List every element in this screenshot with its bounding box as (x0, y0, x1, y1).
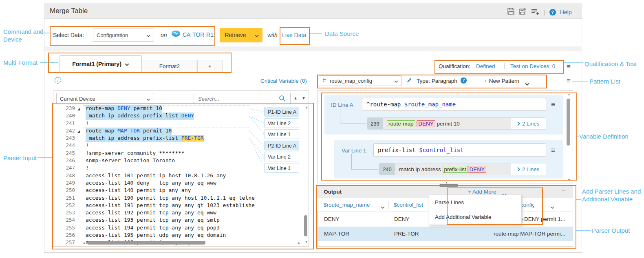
search-icon[interactable] (279, 95, 286, 104)
scroll-down-icon[interactable]: ▼ (567, 179, 571, 182)
retrieve-button[interactable]: Retrieve (220, 32, 251, 38)
expand-lines-button[interactable]: 2 Lines (511, 163, 546, 175)
help-link[interactable]: Help (560, 9, 572, 15)
search-prev-icon[interactable]: ▲ (293, 96, 298, 100)
on-label: on (161, 32, 167, 38)
device-filter-select[interactable]: Current Device (56, 93, 154, 104)
pattern-tag[interactable]: P2-ID Line A (264, 141, 299, 150)
id-line-pattern-input[interactable]: ^route-map $route_map_name (362, 98, 546, 111)
save-icon[interactable] (507, 7, 515, 17)
live-data-link[interactable]: Live Data (282, 32, 306, 38)
scroll-down-icon[interactable]: ▼ (305, 240, 308, 244)
code-line[interactable]: 256access-list 195 permit udp any any eq… (54, 232, 303, 239)
edit-pencil-icon[interactable] (406, 77, 412, 85)
id-line-match-row: 239 route-map DENY permit 10 2 Lines (367, 117, 546, 130)
var-line-pattern-input[interactable]: prefix-list $control_list (373, 143, 546, 157)
splitter-arrow-icon[interactable]: ▲ (445, 181, 448, 184)
var-line-menu-icon[interactable]: ≡ (551, 148, 555, 153)
save-as-icon[interactable] (519, 7, 527, 17)
retrieve-split-button[interactable]: Retrieve (220, 28, 262, 42)
list-add-icon[interactable] (531, 8, 540, 17)
scroll-left-icon[interactable]: ◄ (82, 242, 86, 245)
code-line[interactable]: 251access-list 190 permit tcp any host 1… (54, 195, 303, 202)
qualification-label: Qualification: (439, 63, 470, 69)
column-header[interactable]: $control_list (394, 202, 423, 208)
annotation-variable-definition: Variable Definition (579, 132, 629, 140)
output-row[interactable]: MAP-TORPRE-TORroute-map MAP-TOR permi... (318, 227, 573, 241)
annotation-add-parser-lines: Add Parser Lines and Additional Variable (582, 187, 644, 203)
page-title: Merge Table (50, 7, 88, 15)
info-icon[interactable]: i (55, 77, 61, 84)
scroll-up-icon[interactable]: ▲ (305, 106, 308, 109)
tab-add-format[interactable]: + (197, 60, 223, 72)
tab-label: Format2 (159, 63, 180, 69)
data-type-select[interactable]: Configuration (93, 29, 154, 42)
pattern-list-menu-icon[interactable]: ≡ (567, 78, 571, 84)
code-line[interactable]: 252access-list 191 permit tcp any any gt… (54, 202, 303, 209)
search-input[interactable] (194, 93, 291, 104)
code-line[interactable]: 253access-list 192 permit tcp any any eq… (54, 209, 303, 217)
critical-variable-link[interactable]: Critical Variable (0) (260, 78, 307, 84)
menu-item[interactable]: Parse Lines (429, 195, 521, 210)
chevron-down-icon[interactable] (525, 80, 529, 87)
search-next-icon[interactable]: ▼ (302, 96, 306, 100)
expand-lines-button[interactable]: 2 Lines (511, 118, 546, 129)
select-data-label: Select Data: (53, 32, 84, 38)
retrieve-menu-chevron-icon[interactable] (251, 31, 262, 39)
var-line-match-row: 240 match ip address prefix-listDENY 2 L… (379, 163, 546, 175)
pattern-tag[interactable]: Var Line 2 (264, 152, 299, 161)
pattern-tag[interactable]: Var Line 1 (264, 129, 299, 139)
output-cell: route-map MAP-TOR permi... (494, 231, 565, 237)
scroll-up-icon[interactable]: ▲ (567, 93, 571, 96)
code-line[interactable]: 249access-list 140 deny tcp any any eq w… (54, 180, 303, 187)
tab-format2[interactable]: Format2 (143, 60, 196, 72)
horizontal-scrollbar-thumb[interactable] (87, 241, 205, 245)
add-more-button[interactable]: + Add More (468, 189, 496, 195)
line-number-badge: 239 (367, 118, 383, 129)
annotation-data-source: Data Source (325, 30, 359, 37)
tree-icon (322, 78, 327, 84)
pattern-select[interactable]: route_map_config (319, 75, 402, 86)
line-number-badge: 240 (379, 163, 395, 175)
pattern-tag-list: P1-ID Line AVar Line 2Var Line 1P2-ID Li… (264, 107, 299, 173)
output-cell: MAP-TOR (324, 231, 349, 237)
pattern-tag[interactable]: P1-ID Line A (264, 107, 299, 117)
scroll-right-icon[interactable]: ► (298, 242, 301, 245)
new-pattern-button[interactable]: + New Pattern (484, 78, 519, 84)
collapse-button[interactable]: − (562, 187, 566, 195)
menu-item[interactable]: Add Additional Variable (429, 210, 521, 225)
help-icon[interactable]: ? (549, 9, 556, 15)
chevron-down-icon[interactable] (381, 204, 385, 210)
column-header[interactable]: $route_map_name (324, 202, 370, 208)
output-cell: DENY (324, 216, 340, 222)
with-label: with (267, 32, 278, 38)
vertical-scrollbar-thumb[interactable] (304, 215, 307, 236)
chevron-down-icon (146, 32, 150, 38)
code-line[interactable]: 250access-list 140 permit ip any any (54, 187, 303, 194)
code-line[interactable]: 248access-list 101 permit ip host 10.8.1… (54, 172, 303, 180)
callout-line (572, 81, 588, 82)
qualification-menu-icon[interactable]: ≡ (567, 64, 571, 70)
qualification-status-link[interactable]: Defined (476, 63, 495, 69)
panel-splitter-handle[interactable] (439, 184, 458, 187)
test-on-devices-link[interactable]: Test on Devices: 0 (510, 63, 555, 69)
device-link[interactable]: CA-TOR-R1 (183, 31, 214, 38)
vertical-scrollbar-thumb[interactable] (567, 99, 570, 146)
chevron-down-icon[interactable] (550, 204, 554, 210)
output-cell: PRE-TOR (394, 231, 419, 237)
annotation-multi-format: Multi-Format (3, 59, 37, 66)
code-line[interactable]: 254access-list 193 permit tcp any any eq… (54, 217, 303, 224)
code-line[interactable]: 255access-list 194 permit tcp any any eq… (54, 225, 303, 232)
router-device-icon (171, 30, 181, 39)
data-type-value: Configuration (97, 32, 146, 38)
match-text: route-map DENY permit 10 (383, 118, 511, 129)
pattern-tag[interactable]: Var Line 2 (264, 118, 299, 128)
chevron-down-icon (394, 78, 398, 84)
type-help-icon[interactable]: ? (461, 77, 467, 84)
pattern-tag[interactable]: Var Line 1 (264, 163, 299, 173)
tab-format1-primary[interactable]: Format1 (Primary) (60, 55, 142, 72)
callout-line (576, 230, 591, 231)
id-line-menu-icon[interactable]: ≡ (551, 102, 555, 108)
connector-elbow (351, 154, 379, 170)
expand-label: 2 Lines (522, 121, 539, 127)
